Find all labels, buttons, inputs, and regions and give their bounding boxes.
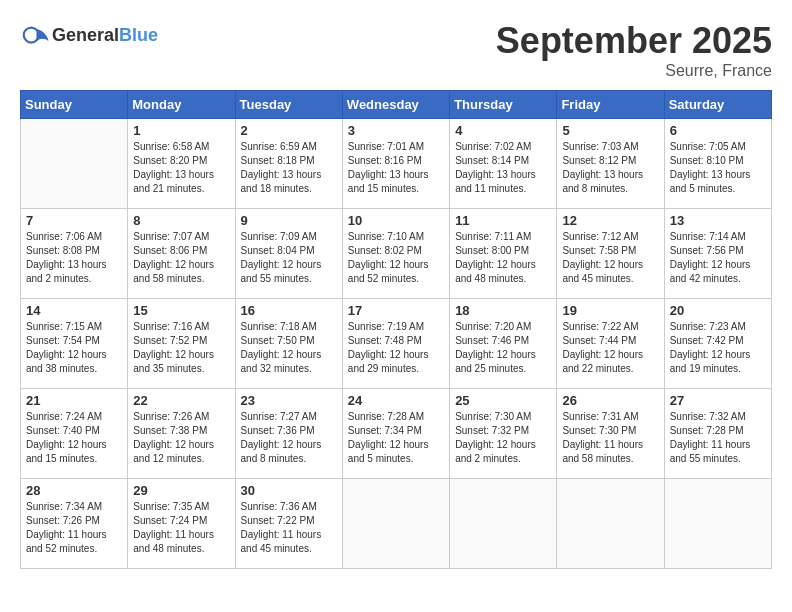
calendar-cell: 27Sunrise: 7:32 AM Sunset: 7:28 PM Dayli… [664, 389, 771, 479]
weekday-header-row: SundayMondayTuesdayWednesdayThursdayFrid… [21, 91, 772, 119]
day-number: 24 [348, 393, 444, 408]
logo: GeneralBlue [20, 20, 158, 50]
calendar-cell: 28Sunrise: 7:34 AM Sunset: 7:26 PM Dayli… [21, 479, 128, 569]
week-row-2: 7Sunrise: 7:06 AM Sunset: 8:08 PM Daylig… [21, 209, 772, 299]
calendar-cell: 7Sunrise: 7:06 AM Sunset: 8:08 PM Daylig… [21, 209, 128, 299]
day-number: 7 [26, 213, 122, 228]
day-info: Sunrise: 7:19 AM Sunset: 7:48 PM Dayligh… [348, 320, 444, 376]
weekday-header-wednesday: Wednesday [342, 91, 449, 119]
day-number: 15 [133, 303, 229, 318]
week-row-1: 1Sunrise: 6:58 AM Sunset: 8:20 PM Daylig… [21, 119, 772, 209]
day-info: Sunrise: 7:20 AM Sunset: 7:46 PM Dayligh… [455, 320, 551, 376]
calendar-cell: 29Sunrise: 7:35 AM Sunset: 7:24 PM Dayli… [128, 479, 235, 569]
day-number: 29 [133, 483, 229, 498]
calendar-body: 1Sunrise: 6:58 AM Sunset: 8:20 PM Daylig… [21, 119, 772, 569]
day-info: Sunrise: 7:09 AM Sunset: 8:04 PM Dayligh… [241, 230, 337, 286]
day-info: Sunrise: 6:58 AM Sunset: 8:20 PM Dayligh… [133, 140, 229, 196]
weekday-header-saturday: Saturday [664, 91, 771, 119]
day-number: 4 [455, 123, 551, 138]
calendar-cell: 22Sunrise: 7:26 AM Sunset: 7:38 PM Dayli… [128, 389, 235, 479]
calendar-cell: 18Sunrise: 7:20 AM Sunset: 7:46 PM Dayli… [450, 299, 557, 389]
day-number: 5 [562, 123, 658, 138]
weekday-header-sunday: Sunday [21, 91, 128, 119]
logo-icon [20, 20, 50, 50]
day-number: 27 [670, 393, 766, 408]
day-number: 20 [670, 303, 766, 318]
calendar-cell: 17Sunrise: 7:19 AM Sunset: 7:48 PM Dayli… [342, 299, 449, 389]
day-info: Sunrise: 7:16 AM Sunset: 7:52 PM Dayligh… [133, 320, 229, 376]
calendar-cell: 1Sunrise: 6:58 AM Sunset: 8:20 PM Daylig… [128, 119, 235, 209]
logo-text: GeneralBlue [52, 25, 158, 46]
day-info: Sunrise: 7:30 AM Sunset: 7:32 PM Dayligh… [455, 410, 551, 466]
calendar-cell: 20Sunrise: 7:23 AM Sunset: 7:42 PM Dayli… [664, 299, 771, 389]
day-number: 28 [26, 483, 122, 498]
day-info: Sunrise: 7:28 AM Sunset: 7:34 PM Dayligh… [348, 410, 444, 466]
day-info: Sunrise: 7:01 AM Sunset: 8:16 PM Dayligh… [348, 140, 444, 196]
calendar-cell: 11Sunrise: 7:11 AM Sunset: 8:00 PM Dayli… [450, 209, 557, 299]
day-info: Sunrise: 7:10 AM Sunset: 8:02 PM Dayligh… [348, 230, 444, 286]
day-info: Sunrise: 7:18 AM Sunset: 7:50 PM Dayligh… [241, 320, 337, 376]
day-number: 23 [241, 393, 337, 408]
calendar-cell: 25Sunrise: 7:30 AM Sunset: 7:32 PM Dayli… [450, 389, 557, 479]
calendar-cell: 14Sunrise: 7:15 AM Sunset: 7:54 PM Dayli… [21, 299, 128, 389]
calendar-cell [557, 479, 664, 569]
calendar-cell: 4Sunrise: 7:02 AM Sunset: 8:14 PM Daylig… [450, 119, 557, 209]
calendar: SundayMondayTuesdayWednesdayThursdayFrid… [20, 90, 772, 569]
day-number: 11 [455, 213, 551, 228]
day-info: Sunrise: 7:06 AM Sunset: 8:08 PM Dayligh… [26, 230, 122, 286]
calendar-cell: 23Sunrise: 7:27 AM Sunset: 7:36 PM Dayli… [235, 389, 342, 479]
calendar-cell: 10Sunrise: 7:10 AM Sunset: 8:02 PM Dayli… [342, 209, 449, 299]
day-info: Sunrise: 7:11 AM Sunset: 8:00 PM Dayligh… [455, 230, 551, 286]
location-title: Seurre, France [496, 62, 772, 80]
week-row-4: 21Sunrise: 7:24 AM Sunset: 7:40 PM Dayli… [21, 389, 772, 479]
day-number: 2 [241, 123, 337, 138]
day-info: Sunrise: 7:24 AM Sunset: 7:40 PM Dayligh… [26, 410, 122, 466]
calendar-cell [21, 119, 128, 209]
week-row-5: 28Sunrise: 7:34 AM Sunset: 7:26 PM Dayli… [21, 479, 772, 569]
calendar-cell: 3Sunrise: 7:01 AM Sunset: 8:16 PM Daylig… [342, 119, 449, 209]
day-number: 13 [670, 213, 766, 228]
day-number: 3 [348, 123, 444, 138]
day-number: 30 [241, 483, 337, 498]
day-number: 21 [26, 393, 122, 408]
day-info: Sunrise: 7:34 AM Sunset: 7:26 PM Dayligh… [26, 500, 122, 556]
day-info: Sunrise: 6:59 AM Sunset: 8:18 PM Dayligh… [241, 140, 337, 196]
weekday-header-monday: Monday [128, 91, 235, 119]
day-number: 8 [133, 213, 229, 228]
day-info: Sunrise: 7:26 AM Sunset: 7:38 PM Dayligh… [133, 410, 229, 466]
weekday-header-thursday: Thursday [450, 91, 557, 119]
calendar-cell: 5Sunrise: 7:03 AM Sunset: 8:12 PM Daylig… [557, 119, 664, 209]
day-info: Sunrise: 7:36 AM Sunset: 7:22 PM Dayligh… [241, 500, 337, 556]
calendar-cell: 30Sunrise: 7:36 AM Sunset: 7:22 PM Dayli… [235, 479, 342, 569]
day-number: 6 [670, 123, 766, 138]
day-info: Sunrise: 7:12 AM Sunset: 7:58 PM Dayligh… [562, 230, 658, 286]
week-row-3: 14Sunrise: 7:15 AM Sunset: 7:54 PM Dayli… [21, 299, 772, 389]
calendar-cell: 19Sunrise: 7:22 AM Sunset: 7:44 PM Dayli… [557, 299, 664, 389]
calendar-cell: 6Sunrise: 7:05 AM Sunset: 8:10 PM Daylig… [664, 119, 771, 209]
day-info: Sunrise: 7:35 AM Sunset: 7:24 PM Dayligh… [133, 500, 229, 556]
month-title: September 2025 [496, 20, 772, 62]
day-info: Sunrise: 7:03 AM Sunset: 8:12 PM Dayligh… [562, 140, 658, 196]
day-number: 10 [348, 213, 444, 228]
day-info: Sunrise: 7:22 AM Sunset: 7:44 PM Dayligh… [562, 320, 658, 376]
day-info: Sunrise: 7:14 AM Sunset: 7:56 PM Dayligh… [670, 230, 766, 286]
day-number: 26 [562, 393, 658, 408]
calendar-cell [664, 479, 771, 569]
calendar-cell: 16Sunrise: 7:18 AM Sunset: 7:50 PM Dayli… [235, 299, 342, 389]
day-number: 16 [241, 303, 337, 318]
day-info: Sunrise: 7:32 AM Sunset: 7:28 PM Dayligh… [670, 410, 766, 466]
weekday-header-friday: Friday [557, 91, 664, 119]
day-number: 14 [26, 303, 122, 318]
calendar-cell: 13Sunrise: 7:14 AM Sunset: 7:56 PM Dayli… [664, 209, 771, 299]
day-number: 19 [562, 303, 658, 318]
day-number: 25 [455, 393, 551, 408]
day-number: 18 [455, 303, 551, 318]
header: GeneralBlue September 2025 Seurre, Franc… [20, 20, 772, 80]
calendar-cell: 2Sunrise: 6:59 AM Sunset: 8:18 PM Daylig… [235, 119, 342, 209]
day-info: Sunrise: 7:27 AM Sunset: 7:36 PM Dayligh… [241, 410, 337, 466]
day-info: Sunrise: 7:23 AM Sunset: 7:42 PM Dayligh… [670, 320, 766, 376]
day-info: Sunrise: 7:31 AM Sunset: 7:30 PM Dayligh… [562, 410, 658, 466]
calendar-cell: 9Sunrise: 7:09 AM Sunset: 8:04 PM Daylig… [235, 209, 342, 299]
day-info: Sunrise: 7:05 AM Sunset: 8:10 PM Dayligh… [670, 140, 766, 196]
calendar-cell [450, 479, 557, 569]
